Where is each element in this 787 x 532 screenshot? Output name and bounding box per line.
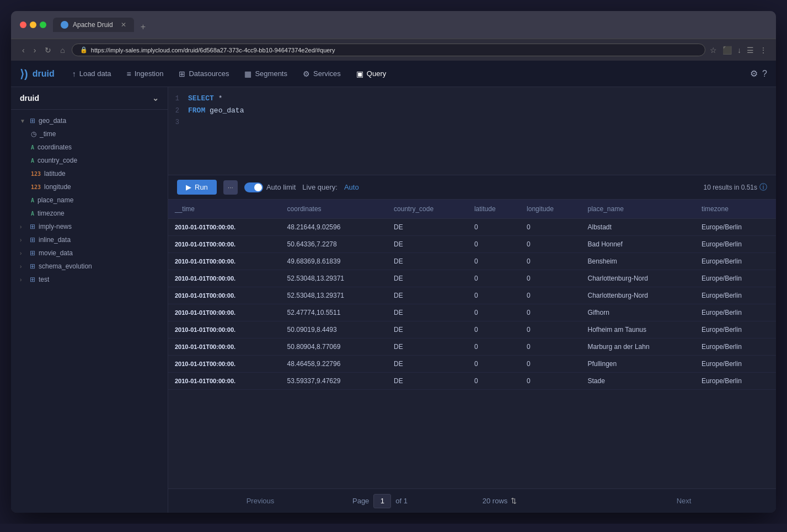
nav-datasources[interactable]: ⊞ Datasources — [172, 66, 235, 82]
browser-tab[interactable]: Apache Druid ✕ — [53, 18, 134, 32]
sidebar-item-place_name[interactable]: A place_name — [11, 194, 168, 207]
cell-3-4: 0 — [520, 270, 581, 287]
cell-3-2: DE — [387, 270, 468, 287]
nav-load-data[interactable]: ↑ Load data — [66, 66, 118, 82]
results-text: 10 results in 0.51s — [704, 184, 757, 191]
keyword-select: SELECT — [188, 94, 214, 103]
info-icon[interactable]: ⓘ — [759, 182, 767, 192]
line-number-3: 3 — [168, 119, 188, 126]
cell-1-2: DE — [387, 236, 468, 253]
address-bar[interactable]: 🔒 https://imply-sales.implycloud.com/dru… — [72, 44, 705, 56]
keyword-from: FROM — [188, 106, 205, 115]
settings-button[interactable]: ⚙ — [750, 68, 758, 79]
cell-3-0: 2010-01-01T00:00:00. — [168, 270, 281, 287]
sidebar-title: druid — [20, 94, 39, 103]
cell-7-5: Marburg an der Lahn — [581, 338, 695, 356]
sidebar-item-_time[interactable]: ◷ _time — [11, 127, 168, 141]
cell-8-5: Pfullingen — [581, 356, 695, 373]
sidebar-item-geo_data[interactable]: ▼ ⊞ geo_data — [11, 114, 168, 127]
editor-line-2: 2 FROM geo_data — [168, 106, 776, 118]
sidebar-item-test[interactable]: › ⊞ test — [11, 273, 168, 286]
cell-7-0: 2010-01-01T00:00:00. — [168, 338, 281, 356]
home-button[interactable]: ⌂ — [58, 45, 67, 56]
toggle-thumb — [254, 184, 262, 191]
editor-line-3: 3 — [168, 118, 776, 130]
auto-limit-toggle[interactable]: Auto limit — [244, 182, 296, 192]
help-button[interactable]: ? — [762, 69, 767, 79]
toggle-track[interactable] — [244, 182, 263, 192]
tree-label-_time: _time — [40, 130, 56, 138]
history-icon[interactable]: ☰ — [747, 46, 754, 55]
nav-segments[interactable]: ▦ Segments — [238, 66, 294, 82]
cell-2-6: Europe/Berlin — [695, 253, 776, 270]
browser-window-controls — [20, 22, 46, 28]
next-button[interactable]: Next — [592, 489, 776, 513]
cell-1-0: 2010-01-01T00:00:00. — [168, 236, 281, 253]
bookmark-icon[interactable]: ☆ — [710, 46, 717, 55]
extensions-icon[interactable]: ⬛ — [722, 46, 732, 55]
nav-ingestion[interactable]: ≡ Ingestion — [120, 66, 170, 82]
nav-right-actions: ⚙ ? — [750, 68, 767, 79]
nav-services[interactable]: ⚙ Services — [296, 66, 347, 82]
time-icon: ◷ — [31, 130, 36, 138]
logo-text: druid — [33, 69, 55, 79]
sidebar-item-country_code[interactable]: A country_code — [11, 154, 168, 167]
nav-segments-label: Segments — [255, 69, 287, 78]
rows-label: 20 rows — [483, 497, 508, 505]
results-table: __time coordinates country_code latitude… — [168, 200, 776, 390]
line-code-1: SELECT * — [188, 94, 222, 103]
of-label: of 1 — [395, 497, 408, 505]
sidebar-dropdown-icon[interactable]: ⌄ — [152, 94, 159, 103]
col-header-country_code: country_code — [387, 200, 468, 219]
cell-5-1: 52.47774,10.5511 — [281, 304, 387, 321]
cell-8-4: 0 — [520, 356, 581, 373]
tree-label-coordinates: coordinates — [38, 143, 72, 151]
run-button[interactable]: ▶ Run — [177, 180, 217, 195]
new-tab-button[interactable]: + — [136, 22, 150, 32]
nav-query[interactable]: ▣ Query — [350, 66, 393, 82]
page-input[interactable] — [373, 494, 391, 508]
editor-content[interactable]: 1 SELECT * 2 FROM geo_data — [168, 87, 776, 137]
sidebar-item-movie_data[interactable]: › ⊞ movie_data — [11, 246, 168, 260]
cell-5-4: 0 — [520, 304, 581, 321]
table-row: 2010-01-01T00:00:00.52.47774,10.5511DE00… — [168, 304, 776, 321]
sql-editor[interactable]: 1 SELECT * 2 FROM geo_data — [168, 87, 776, 175]
sidebar-item-longitude[interactable]: 123 longitude — [11, 180, 168, 194]
cell-8-6: Europe/Berlin — [695, 356, 776, 373]
forward-button[interactable]: › — [31, 45, 39, 56]
more-options-button[interactable]: ··· — [223, 180, 238, 195]
page-center: Page of 1 — [352, 494, 408, 508]
previous-button[interactable]: Previous — [168, 489, 352, 513]
cell-2-3: 0 — [468, 253, 520, 270]
rows-stepper[interactable]: ⇅ — [511, 497, 517, 505]
tree-toggle-geo_data: ▼ — [20, 118, 26, 124]
cell-5-5: Gifhorn — [581, 304, 695, 321]
minimize-button[interactable] — [30, 22, 36, 28]
run-label: Run — [195, 183, 208, 191]
cell-2-1: 49.68369,8.61839 — [281, 253, 387, 270]
sidebar-item-latitude[interactable]: 123 latitude — [11, 167, 168, 180]
close-button[interactable] — [20, 22, 26, 28]
sidebar-item-timezone[interactable]: A timezone — [11, 207, 168, 220]
tab-favicon — [61, 21, 68, 29]
cell-0-2: DE — [387, 219, 468, 236]
col-header-time: __time — [168, 200, 281, 219]
back-button[interactable]: ‹ — [20, 45, 27, 56]
sidebar-item-inline_data[interactable]: › ⊞ inline_data — [11, 233, 168, 246]
download-icon[interactable]: ↓ — [737, 46, 741, 55]
run-icon: ▶ — [186, 183, 191, 191]
sidebar-item-imply-news[interactable]: › ⊞ imply-news — [11, 220, 168, 233]
results-table-container[interactable]: __time coordinates country_code latitude… — [168, 200, 776, 488]
cell-2-0: 2010-01-01T00:00:00. — [168, 253, 281, 270]
sidebar-item-schema_evolution[interactable]: › ⊞ schema_evolution — [11, 260, 168, 273]
tab-close-icon[interactable]: ✕ — [121, 21, 126, 29]
cell-8-2: DE — [387, 356, 468, 373]
maximize-button[interactable] — [40, 22, 46, 28]
reload-button[interactable]: ↻ — [42, 45, 53, 56]
cell-0-6: Europe/Berlin — [695, 219, 776, 236]
query-area: 1 SELECT * 2 FROM geo_data — [168, 87, 776, 513]
sidebar-item-coordinates[interactable]: A coordinates — [11, 141, 168, 154]
top-navigation: ⟩) druid ↑ Load data ≡ Ingestion ⊞ Datas… — [11, 61, 776, 87]
tree-label-imply-news: imply-news — [39, 223, 72, 230]
menu-icon[interactable]: ⋮ — [759, 46, 767, 55]
